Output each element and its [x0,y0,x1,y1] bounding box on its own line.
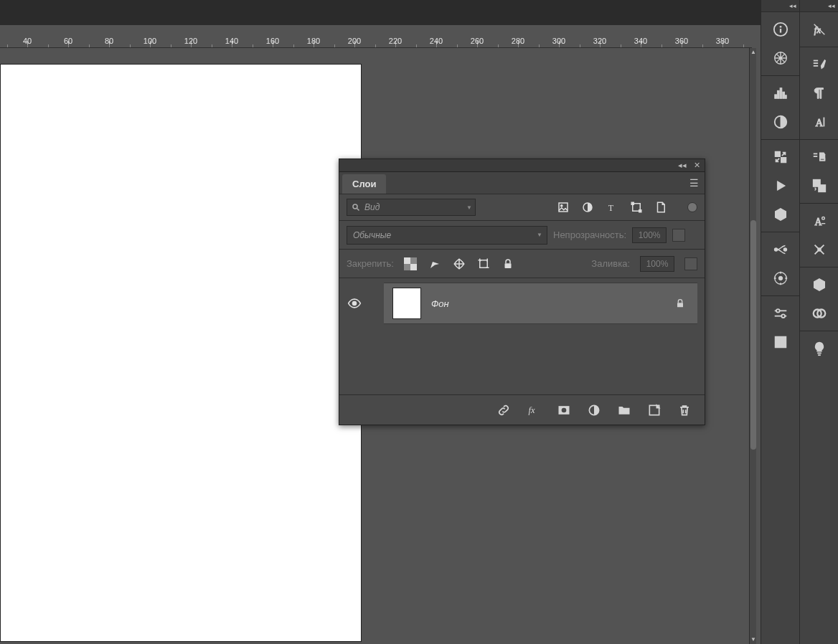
paths-panel-icon[interactable] [761,235,800,264]
svg-rect-63 [631,202,634,204]
vertical-scrollbar[interactable]: ▲ ▼ [749,48,756,644]
svg-rect-64 [639,210,641,212]
info-panel-icon[interactable] [761,15,800,44]
panel-column-2: ◂◂ fx A A [799,0,838,644]
layer-row[interactable]: Фон [384,283,697,324]
fill-dropdown-button[interactable] [684,257,697,270]
brushes-panel-icon[interactable] [800,50,838,79]
grid-panel-icon[interactable] [761,328,800,356]
layers-footer: fx [339,394,705,425]
delete-layer-icon[interactable] [677,403,692,417]
lock-all-icon[interactable] [502,257,514,270]
filter-kind-label: Вид [364,202,380,212]
3d-cube-icon[interactable] [800,270,838,299]
scroll-down-arrow[interactable]: ▼ [750,635,757,644]
fill-value-field[interactable]: 100% [640,256,674,272]
svg-text:A: A [816,117,824,128]
collapse-column-1[interactable]: ◂◂ [761,0,799,11]
layer-thumbnail[interactable] [392,288,421,319]
svg-point-28 [781,314,785,318]
top-dark-strip [0,0,838,25]
panel-collapse-icon[interactable]: ◂◂ [678,161,687,170]
styles-panel-icon[interactable]: fx [800,15,838,44]
filter-kind-dropdown[interactable]: Вид ▼ [347,199,476,216]
opacity-label: Непрозрачность: [553,229,626,240]
adjustments-panel-icon[interactable] [761,108,800,136]
svg-point-74 [353,302,357,306]
layer-style-icon[interactable]: fx [527,403,541,417]
svg-rect-15 [776,152,780,156]
svg-rect-43 [819,185,825,191]
creative-cloud-icon[interactable] [800,299,838,328]
layer-filter-row: Вид ▼ T [339,194,705,221]
right-panel-dock: ◂◂ [761,0,838,644]
scroll-thumb[interactable] [750,220,756,450]
tools-preset-icon[interactable] [800,235,838,264]
svg-rect-75 [677,303,683,307]
layers-list[interactable]: Фон [339,278,705,394]
tips-panel-icon[interactable] [800,334,838,363]
svg-rect-10 [777,90,779,98]
layers-panel[interactable]: ◂◂ ✕ Слои ☰ Вид ▼ T [339,158,705,425]
filter-shape-icon[interactable] [630,201,643,214]
filter-smart-icon[interactable] [654,201,667,214]
character-panel-icon[interactable]: A [800,108,838,136]
filter-pixel-icon[interactable] [557,201,570,214]
svg-point-45 [822,217,825,220]
svg-point-18 [784,248,787,251]
histogram-panel-icon[interactable] [761,79,800,108]
svg-point-59 [561,205,562,207]
new-group-icon[interactable] [617,403,631,417]
svg-point-56 [353,204,357,209]
filter-type-icon[interactable]: T [606,201,618,214]
collapse-column-2[interactable]: ◂◂ [800,0,838,11]
layers-tab[interactable]: Слои [342,174,386,194]
new-layer-icon[interactable] [647,403,662,417]
layer-comps-icon[interactable] [800,171,838,200]
layer-visibility-toggle[interactable] [345,283,364,324]
camera-raw-icon[interactable] [761,264,800,293]
opacity-dropdown-button[interactable] [672,229,685,242]
adjustment-layer-icon[interactable] [587,403,601,417]
clone-source-icon[interactable] [800,143,838,171]
lock-artboard-icon[interactable] [477,257,490,270]
panel-menu-icon[interactable]: ☰ [689,177,699,189]
arrange-panel-icon[interactable] [761,143,800,171]
svg-rect-67 [410,264,417,270]
layer-locked-icon[interactable] [674,298,686,309]
link-layers-icon[interactable] [496,403,511,417]
blend-mode-value: Обычные [353,230,391,240]
lock-label: Закрепить: [347,258,394,269]
scroll-up-arrow[interactable]: ▲ [750,48,757,57]
svg-rect-66 [404,257,410,264]
panel-close-icon[interactable]: ✕ [694,161,700,170]
svg-rect-11 [780,88,782,99]
glyphs-panel-icon[interactable]: A [800,207,838,235]
svg-point-26 [776,309,780,313]
lock-pixels-icon[interactable] [428,257,441,270]
svg-rect-13 [785,95,786,99]
svg-line-57 [357,209,359,211]
blend-mode-dropdown[interactable]: Обычные ▼ [347,226,547,245]
dropdown-caret-icon: ▼ [537,232,542,238]
sliders-panel-icon[interactable] [761,299,800,328]
filter-adjustment-icon[interactable] [581,201,594,214]
layer-mask-icon[interactable] [557,403,571,417]
filter-toggle-switch[interactable] [687,202,697,212]
panel-titlebar[interactable]: ◂◂ ✕ [339,159,705,172]
lock-transparency-icon[interactable] [404,257,417,270]
navigator-panel-icon[interactable] [761,44,800,72]
svg-point-51 [818,248,821,251]
actions-panel-icon[interactable] [761,171,800,200]
svg-point-20 [778,276,783,280]
layer-name-label[interactable]: Фон [431,298,664,309]
svg-rect-73 [504,263,511,268]
blend-mode-row: Обычные ▼ Непрозрачность: 100% [339,221,705,250]
opacity-value-field[interactable]: 100% [632,227,667,243]
3d-panel-icon[interactable] [761,200,800,229]
svg-point-17 [775,248,778,251]
svg-text:A: A [815,217,822,227]
lock-position-icon[interactable] [453,257,466,270]
paragraph-panel-icon[interactable] [800,79,838,108]
document-canvas[interactable] [0,64,362,642]
